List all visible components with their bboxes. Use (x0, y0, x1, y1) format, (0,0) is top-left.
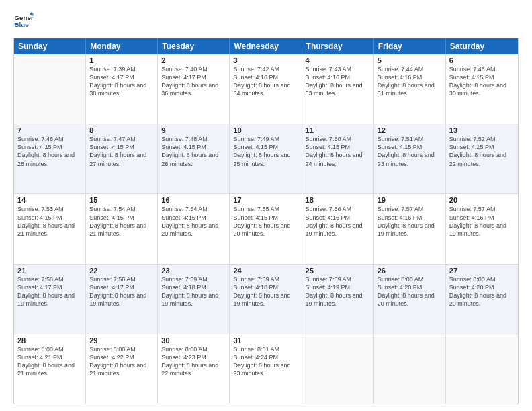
calendar-cell: 23Sunrise: 7:59 AMSunset: 4:18 PMDayligh… (158, 265, 230, 334)
day-number: 30 (161, 336, 226, 345)
calendar-cell: 19Sunrise: 7:57 AMSunset: 4:16 PMDayligh… (374, 194, 446, 263)
calendar-cell: 9Sunrise: 7:48 AMSunset: 4:15 PMDaylight… (158, 124, 230, 193)
cell-info: Sunrise: 8:01 AMSunset: 4:24 PMDaylight:… (233, 345, 298, 378)
day-number: 1 (89, 56, 154, 64)
calendar-row: 21Sunrise: 7:58 AMSunset: 4:17 PMDayligh… (14, 265, 518, 334)
day-number: 22 (89, 267, 154, 275)
cell-info: Sunrise: 7:39 AMSunset: 4:17 PMDaylight:… (89, 65, 154, 98)
calendar-cell: 30Sunrise: 8:00 AMSunset: 4:23 PMDayligh… (158, 334, 230, 404)
calendar-cell: 6Sunrise: 7:45 AMSunset: 4:15 PMDaylight… (446, 54, 518, 124)
header-cell-friday: Friday (374, 38, 446, 54)
day-number: 21 (17, 267, 82, 275)
cell-info: Sunrise: 8:00 AMSunset: 4:22 PMDaylight:… (89, 345, 154, 378)
logo: General Blue (13, 11, 34, 31)
day-number: 15 (89, 196, 154, 204)
cell-info: Sunrise: 7:52 AMSunset: 4:15 PMDaylight:… (449, 135, 515, 168)
calendar-cell: 25Sunrise: 7:59 AMSunset: 4:19 PMDayligh… (302, 265, 374, 334)
calendar-cell: 1Sunrise: 7:39 AMSunset: 4:17 PMDaylight… (86, 54, 158, 124)
calendar-cell: 5Sunrise: 7:44 AMSunset: 4:16 PMDaylight… (374, 54, 446, 124)
cell-info: Sunrise: 7:59 AMSunset: 4:18 PMDaylight:… (233, 275, 298, 308)
day-number: 10 (233, 126, 298, 134)
cell-info: Sunrise: 7:40 AMSunset: 4:17 PMDaylight:… (161, 65, 226, 98)
day-number: 23 (161, 267, 226, 275)
calendar-cell: 17Sunrise: 7:55 AMSunset: 4:15 PMDayligh… (230, 194, 302, 263)
day-number: 2 (161, 56, 226, 64)
day-number: 4 (306, 56, 370, 64)
calendar-cell: 7Sunrise: 7:46 AMSunset: 4:15 PMDaylight… (14, 124, 86, 193)
cell-info: Sunrise: 7:54 AMSunset: 4:15 PMDaylight:… (89, 205, 154, 238)
header-cell-tuesday: Tuesday (158, 38, 230, 54)
day-number: 13 (449, 126, 515, 134)
cell-info: Sunrise: 7:49 AMSunset: 4:15 PMDaylight:… (233, 135, 298, 168)
cell-info: Sunrise: 8:00 AMSunset: 4:23 PMDaylight:… (161, 345, 226, 378)
cell-info: Sunrise: 7:43 AMSunset: 4:16 PMDaylight:… (306, 65, 370, 98)
cell-info: Sunrise: 7:59 AMSunset: 4:19 PMDaylight:… (306, 275, 370, 308)
calendar-cell: 16Sunrise: 7:54 AMSunset: 4:15 PMDayligh… (158, 194, 230, 263)
cell-info: Sunrise: 8:00 AMSunset: 4:21 PMDaylight:… (17, 345, 82, 378)
cell-info: Sunrise: 7:46 AMSunset: 4:15 PMDaylight:… (17, 135, 82, 168)
day-number: 17 (233, 196, 298, 204)
day-number: 3 (233, 56, 298, 64)
cell-info: Sunrise: 7:44 AMSunset: 4:16 PMDaylight:… (378, 65, 442, 98)
day-number: 5 (378, 56, 442, 64)
calendar-cell: 27Sunrise: 8:00 AMSunset: 4:20 PMDayligh… (446, 265, 518, 334)
cell-info: Sunrise: 7:42 AMSunset: 4:16 PMDaylight:… (233, 65, 298, 98)
cell-info: Sunrise: 7:51 AMSunset: 4:15 PMDaylight:… (378, 135, 442, 168)
cell-info: Sunrise: 7:59 AMSunset: 4:18 PMDaylight:… (161, 275, 226, 308)
day-number: 11 (306, 126, 370, 134)
calendar-cell: 14Sunrise: 7:53 AMSunset: 4:15 PMDayligh… (14, 194, 86, 263)
calendar-row: 14Sunrise: 7:53 AMSunset: 4:15 PMDayligh… (14, 194, 518, 264)
calendar-cell: 28Sunrise: 8:00 AMSunset: 4:21 PMDayligh… (14, 334, 86, 404)
calendar-cell: 13Sunrise: 7:52 AMSunset: 4:15 PMDayligh… (446, 124, 518, 193)
day-number: 20 (449, 196, 515, 204)
svg-text:Blue: Blue (15, 21, 30, 28)
cell-info: Sunrise: 8:00 AMSunset: 4:20 PMDaylight:… (378, 275, 442, 308)
calendar-cell: 22Sunrise: 7:58 AMSunset: 4:17 PMDayligh… (86, 265, 158, 334)
cell-info: Sunrise: 7:54 AMSunset: 4:15 PMDaylight:… (161, 205, 226, 238)
page-header: General Blue (13, 11, 519, 31)
calendar-header: SundayMondayTuesdayWednesdayThursdayFrid… (14, 38, 518, 54)
cell-info: Sunrise: 7:47 AMSunset: 4:15 PMDaylight:… (89, 135, 154, 168)
calendar-row: 1Sunrise: 7:39 AMSunset: 4:17 PMDaylight… (14, 54, 518, 124)
day-number: 18 (306, 196, 370, 204)
calendar: SundayMondayTuesdayWednesdayThursdayFrid… (13, 38, 519, 404)
calendar-cell (302, 334, 374, 404)
day-number: 25 (306, 267, 370, 275)
day-number: 27 (449, 267, 515, 275)
header-cell-sunday: Sunday (14, 38, 86, 54)
calendar-cell: 15Sunrise: 7:54 AMSunset: 4:15 PMDayligh… (86, 194, 158, 263)
day-number: 26 (378, 267, 442, 275)
day-number: 8 (89, 126, 154, 134)
svg-text:General: General (15, 14, 34, 21)
calendar-body: 1Sunrise: 7:39 AMSunset: 4:17 PMDaylight… (14, 54, 518, 404)
day-number: 29 (89, 336, 154, 345)
calendar-row: 7Sunrise: 7:46 AMSunset: 4:15 PMDaylight… (14, 124, 518, 194)
calendar-cell (374, 334, 446, 404)
cell-info: Sunrise: 7:48 AMSunset: 4:15 PMDaylight:… (161, 135, 226, 168)
calendar-cell (446, 334, 518, 404)
logo-icon: General Blue (13, 11, 34, 31)
day-number: 19 (378, 196, 442, 204)
calendar-cell: 11Sunrise: 7:50 AMSunset: 4:15 PMDayligh… (302, 124, 374, 193)
header-cell-saturday: Saturday (446, 38, 518, 54)
cell-info: Sunrise: 8:00 AMSunset: 4:20 PMDaylight:… (449, 275, 515, 308)
day-number: 9 (161, 126, 226, 134)
cell-info: Sunrise: 7:53 AMSunset: 4:15 PMDaylight:… (17, 205, 82, 238)
calendar-cell: 3Sunrise: 7:42 AMSunset: 4:16 PMDaylight… (230, 54, 302, 124)
calendar-cell: 8Sunrise: 7:47 AMSunset: 4:15 PMDaylight… (86, 124, 158, 193)
cell-info: Sunrise: 7:45 AMSunset: 4:15 PMDaylight:… (449, 65, 515, 98)
day-number: 12 (378, 126, 442, 134)
cell-info: Sunrise: 7:56 AMSunset: 4:16 PMDaylight:… (306, 205, 370, 238)
header-cell-thursday: Thursday (302, 38, 374, 54)
calendar-cell: 26Sunrise: 8:00 AMSunset: 4:20 PMDayligh… (374, 265, 446, 334)
day-number: 31 (233, 336, 298, 345)
calendar-cell: 12Sunrise: 7:51 AMSunset: 4:15 PMDayligh… (374, 124, 446, 193)
calendar-cell: 2Sunrise: 7:40 AMSunset: 4:17 PMDaylight… (158, 54, 230, 124)
cell-info: Sunrise: 7:57 AMSunset: 4:16 PMDaylight:… (378, 205, 442, 238)
day-number: 16 (161, 196, 226, 204)
day-number: 7 (17, 126, 82, 134)
calendar-row: 28Sunrise: 8:00 AMSunset: 4:21 PMDayligh… (14, 334, 518, 404)
calendar-cell: 4Sunrise: 7:43 AMSunset: 4:16 PMDaylight… (302, 54, 374, 124)
calendar-cell: 31Sunrise: 8:01 AMSunset: 4:24 PMDayligh… (230, 334, 302, 404)
calendar-cell: 21Sunrise: 7:58 AMSunset: 4:17 PMDayligh… (14, 265, 86, 334)
